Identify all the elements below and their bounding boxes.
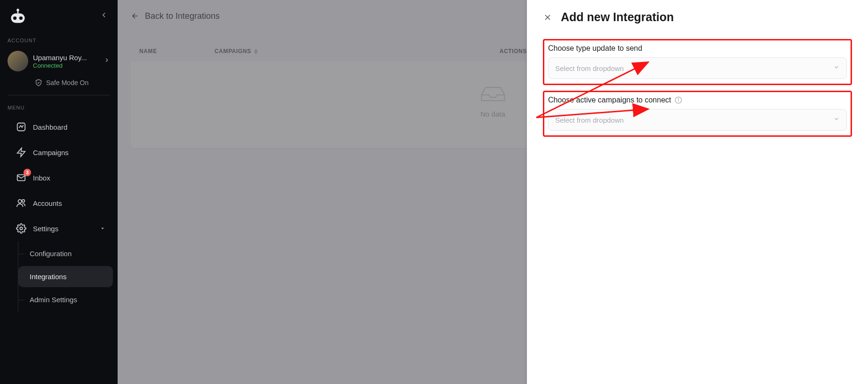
sidebar-item-inbox[interactable]: Inbox 3 — [5, 166, 113, 189]
drawer-header: Add new Integration — [527, 0, 868, 27]
close-icon — [543, 13, 552, 22]
submenu-admin[interactable]: Admin Settings — [18, 289, 113, 310]
add-integration-drawer: Add new Integration Choose type update t… — [527, 0, 868, 384]
info-icon — [675, 96, 682, 104]
sidebar-item-settings[interactable]: Settings — [5, 217, 113, 240]
chevron-down-icon — [833, 64, 840, 72]
chart-icon — [16, 122, 26, 132]
svg-point-4 — [19, 16, 23, 20]
lightning-icon — [16, 147, 26, 157]
field-highlight-campaigns: Choose active campaigns to connect Selec… — [543, 91, 852, 137]
user-status: Connected — [33, 62, 99, 69]
select-update-type[interactable]: Select from dropdown — [548, 57, 847, 79]
chevron-down-icon — [833, 116, 840, 124]
safe-mode-text: Safe Mode On — [46, 79, 88, 86]
svg-point-3 — [13, 16, 16, 20]
svg-point-9 — [22, 200, 25, 203]
sidebar-item-campaigns[interactable]: Campaigns — [5, 141, 113, 164]
svg-point-8 — [18, 200, 22, 203]
avatar — [8, 51, 28, 71]
gear-icon — [16, 223, 26, 234]
close-button[interactable] — [543, 13, 552, 22]
chevron-left-icon — [100, 11, 108, 19]
shield-icon — [35, 79, 42, 86]
safe-mode-row: Safe Mode On — [0, 75, 118, 93]
user-profile-row[interactable]: Upamanyu Roy... Connected — [0, 47, 118, 75]
inbox-badge: 3 — [24, 169, 31, 176]
chevron-right-icon — [104, 57, 110, 65]
select-placeholder: Select from dropdown — [555, 116, 624, 124]
svg-point-10 — [20, 227, 23, 230]
sidebar-header — [0, 6, 118, 30]
select-campaigns[interactable]: Select from dropdown — [548, 109, 847, 131]
sidebar-item-label: Accounts — [33, 199, 62, 207]
submenu-integrations[interactable]: Integrations — [18, 266, 113, 287]
field-highlight-type: Choose type update to send Select from d… — [543, 39, 852, 85]
main-content: Back to Integrations $ Your Plan NAME CA… — [118, 0, 868, 384]
user-info: Upamanyu Roy... Connected — [33, 54, 99, 69]
svg-rect-2 — [11, 14, 24, 23]
sidebar: ACCOUNT Upamanyu Roy... Connected Safe M… — [0, 0, 118, 384]
app-logo — [8, 6, 28, 26]
sidebar-item-label: Inbox — [33, 174, 50, 182]
svg-rect-1 — [17, 11, 19, 14]
drawer-body: Choose type update to send Select from d… — [527, 27, 868, 149]
field-label-type: Choose type update to send — [548, 44, 847, 53]
sidebar-item-label: Settings — [33, 225, 58, 233]
svg-point-17 — [678, 98, 679, 99]
menu-section-label: MENU — [0, 97, 118, 114]
field-label-campaigns: Choose active campaigns to connect — [548, 96, 847, 104]
sidebar-item-dashboard[interactable]: Dashboard — [5, 115, 113, 139]
svg-marker-11 — [101, 227, 104, 229]
settings-submenu: Configuration Integrations Admin Setting… — [18, 241, 118, 312]
sidebar-item-label: Campaigns — [33, 149, 69, 157]
svg-marker-6 — [17, 148, 25, 157]
sidebar-item-label: Dashboard — [33, 123, 67, 131]
divider — [8, 95, 110, 95]
collapse-sidebar-button[interactable] — [98, 9, 110, 23]
select-placeholder: Select from dropdown — [555, 64, 624, 72]
caret-down-icon — [100, 225, 105, 233]
submenu-configuration[interactable]: Configuration — [18, 243, 113, 264]
drawer-title: Add new Integration — [561, 10, 674, 24]
account-section-label: ACCOUNT — [0, 30, 118, 47]
users-icon — [16, 198, 26, 208]
robot-icon — [8, 6, 28, 26]
user-name: Upamanyu Roy... — [33, 54, 99, 62]
sidebar-item-accounts[interactable]: Accounts — [5, 191, 113, 215]
